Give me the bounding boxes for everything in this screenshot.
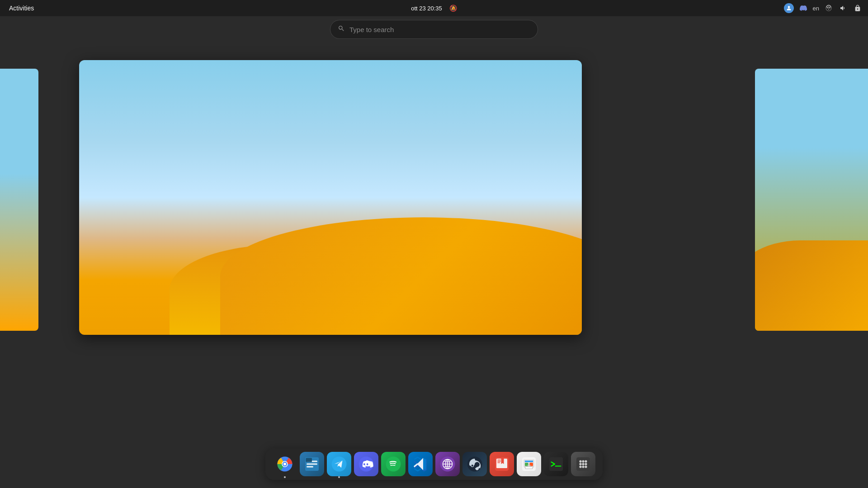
- dock-item-steam[interactable]: [462, 452, 487, 476]
- steam-icon: [467, 456, 483, 472]
- dock-item-chromium[interactable]: [273, 452, 297, 476]
- dune-right: [220, 217, 582, 335]
- dock: [265, 448, 603, 480]
- svg-point-32: [579, 460, 581, 462]
- svg-point-37: [585, 463, 587, 465]
- chromium-dot: [284, 476, 286, 478]
- svg-point-35: [579, 463, 581, 465]
- language-label[interactable]: en: [813, 5, 819, 12]
- svg-point-5: [283, 463, 286, 465]
- svg-point-21: [471, 465, 473, 467]
- svg-point-0: [788, 6, 790, 8]
- vscode-icon: [412, 456, 429, 472]
- dock-item-show-apps[interactable]: [571, 452, 595, 476]
- dock-item-bookmarks[interactable]: [490, 452, 514, 476]
- svg-rect-28: [530, 463, 533, 466]
- spotify-icon: [385, 456, 401, 472]
- svg-point-39: [582, 465, 584, 468]
- window-left-wallpaper: [0, 69, 38, 331]
- svg-point-34: [585, 460, 587, 462]
- topbar-right: en: [784, 3, 863, 13]
- svg-rect-10: [306, 458, 312, 462]
- telegram-dot: [338, 476, 340, 478]
- gnome-web-icon: [439, 456, 456, 472]
- svg-point-33: [582, 460, 584, 462]
- window-left-partial: [0, 69, 38, 331]
- dock-item-discord[interactable]: [354, 452, 378, 476]
- terminal-icon: [548, 456, 564, 472]
- bell-icon[interactable]: 🔕: [449, 5, 457, 12]
- dock-container: [265, 448, 603, 480]
- svg-point-1: [828, 9, 829, 9]
- activities-button[interactable]: Activities: [5, 4, 38, 13]
- search-input[interactable]: [349, 26, 530, 33]
- svg-point-36: [582, 463, 584, 465]
- dock-item-gnome-web[interactable]: [435, 452, 460, 476]
- avatar[interactable]: [784, 3, 794, 13]
- search-bar[interactable]: [330, 20, 538, 39]
- volume-icon[interactable]: [838, 3, 848, 13]
- discord-tray-icon[interactable]: [798, 3, 808, 13]
- bookmarks-icon: [494, 456, 510, 472]
- svg-point-40: [585, 465, 587, 468]
- svg-point-38: [579, 465, 581, 468]
- svg-point-20: [476, 463, 478, 465]
- right-dune: [755, 240, 868, 331]
- files-icon: [304, 456, 320, 472]
- lock-icon[interactable]: [853, 3, 863, 13]
- telegram-icon: [331, 456, 347, 472]
- search-container: [326, 16, 542, 42]
- show-apps-icon: [575, 456, 591, 472]
- main-window[interactable]: [79, 60, 582, 335]
- chromium-icon: [277, 456, 293, 472]
- svg-rect-8: [307, 464, 317, 465]
- user-icon: [786, 5, 792, 11]
- dock-item-store[interactable]: [517, 452, 541, 476]
- dock-item-terminal[interactable]: [544, 452, 568, 476]
- datetime-label: ott 23 20:35: [411, 5, 442, 12]
- discord-icon: [358, 456, 374, 472]
- window-right-partial: [755, 69, 868, 331]
- store-icon: [521, 456, 537, 472]
- wallpaper: [79, 60, 582, 335]
- dock-item-files[interactable]: [300, 452, 324, 476]
- desktop: [0, 16, 868, 488]
- dock-item-telegram[interactable]: [327, 452, 351, 476]
- dock-item-spotify[interactable]: [381, 452, 406, 476]
- svg-point-13: [386, 457, 401, 472]
- topbar-center: ott 23 20:35 🔕: [411, 5, 457, 12]
- svg-rect-27: [525, 463, 528, 466]
- dock-item-vscode[interactable]: [408, 452, 433, 476]
- network-icon[interactable]: [824, 3, 834, 13]
- topbar-left: Activities: [5, 4, 38, 13]
- search-icon: [338, 25, 345, 34]
- svg-rect-9: [307, 466, 313, 468]
- svg-rect-29: [549, 457, 563, 471]
- window-right-wallpaper: [755, 69, 868, 331]
- topbar: Activities ott 23 20:35 🔕 en: [0, 0, 868, 16]
